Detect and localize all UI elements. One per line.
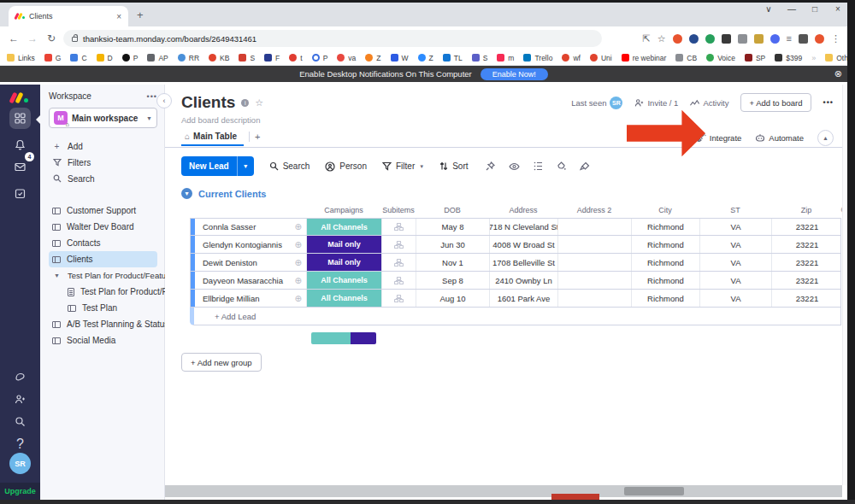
dob-cell[interactable]: May 8 [416, 219, 490, 235]
column-header[interactable]: Subitems [381, 206, 416, 214]
address2-cell[interactable] [558, 254, 632, 271]
city-cell[interactable]: Richmond [632, 219, 700, 235]
subitems-icon[interactable] [382, 290, 416, 307]
bookmark[interactable]: KB [209, 54, 229, 62]
window-menu-icon[interactable]: ∨ [764, 4, 773, 14]
zip-cell[interactable]: 23221 [772, 290, 842, 307]
city-cell[interactable]: Richmond [632, 272, 700, 289]
column-header[interactable]: Campaigns [306, 206, 381, 214]
status-cell[interactable]: Mail only [307, 254, 382, 271]
bookmark-folder[interactable]: Links [7, 54, 35, 62]
dob-cell[interactable]: Aug 10 [416, 290, 490, 307]
address-cell[interactable]: 1601 Park Ave [490, 290, 558, 307]
bookmark[interactable]: CB [675, 54, 697, 62]
zip-cell[interactable]: 23221 [772, 236, 842, 253]
bookmark[interactable]: F [264, 54, 280, 62]
item-name[interactable]: Glendyn Kontogiannis [203, 240, 295, 249]
add-update-icon[interactable]: ⊕ [295, 276, 302, 285]
column-header[interactable]: Address [489, 206, 557, 214]
bookmark[interactable]: t [289, 54, 302, 62]
address2-cell[interactable] [558, 272, 632, 289]
extension-icon[interactable] [815, 34, 824, 44]
bookmark[interactable]: SP [745, 54, 765, 62]
sidebar-item-social-media[interactable]: Social Media [49, 332, 157, 349]
banner-close-icon[interactable]: ⊗ [834, 68, 842, 79]
address-cell[interactable]: 1708 Belleville St [490, 254, 558, 271]
browser-tab-clients[interactable]: Clients × [9, 6, 128, 26]
column-header[interactable]: DOB [416, 206, 489, 214]
bookmarks-overflow-icon[interactable]: » [811, 54, 816, 62]
sidebar-item-ab-test-planning[interactable]: A/B Test Planning & Status [49, 316, 157, 332]
subitems-icon[interactable] [382, 254, 416, 271]
address2-cell[interactable] [558, 236, 632, 253]
filter-button[interactable]: Filter ▼ [382, 161, 424, 171]
share-icon[interactable]: ⇱ [642, 33, 650, 44]
inbox-icon[interactable]: 4 [9, 156, 31, 178]
add-lead-row[interactable]: + Add Lead [190, 308, 841, 325]
extension-icon[interactable] [673, 34, 682, 44]
work-management-icon[interactable] [9, 108, 31, 129]
sidebar-item-test-plan-doc[interactable]: Test Plan for Product/F... [49, 284, 157, 300]
bookmark[interactable]: C [70, 54, 86, 62]
sidebar-item-test-plan[interactable]: Test Plan [49, 300, 157, 316]
add-update-icon[interactable]: ⊕ [295, 240, 302, 249]
add-new-group-button[interactable]: + Add new group [181, 353, 262, 372]
item-name[interactable]: Dewit Deniston [203, 258, 295, 267]
invite-members-icon[interactable] [9, 389, 31, 410]
sidebar-folder-test-plan[interactable]: ▼Test Plan for Product/Feature [49, 267, 157, 284]
info-icon[interactable]: i [241, 99, 249, 107]
address2-cell[interactable] [558, 290, 632, 307]
monday-logo-icon[interactable] [10, 91, 29, 105]
bookmark[interactable]: va [337, 54, 356, 62]
favorite-star-icon[interactable]: ☆ [255, 97, 263, 108]
color-bucket-icon[interactable] [557, 161, 566, 171]
table-row[interactable]: Dayveon Masaracchia⊕ All Channels Sep 8 … [190, 272, 841, 290]
sidebar-add-button[interactable]: +Add [49, 138, 157, 155]
tab-main-table[interactable]: ⌂ Main Table [181, 132, 244, 146]
group-by-icon[interactable] [534, 161, 543, 171]
bookmark[interactable]: D [97, 54, 113, 62]
search-button[interactable]: Search [269, 161, 310, 171]
sidebar-item-contacts[interactable]: Contacts [49, 235, 157, 251]
collapse-header-icon[interactable]: ▲ [817, 130, 834, 146]
column-header[interactable]: Zip [771, 206, 841, 214]
workspace-selector[interactable]: M Main workspace ▼ [49, 108, 157, 128]
zip-cell[interactable]: 23221 [772, 219, 842, 235]
bookmark[interactable]: Uni [590, 54, 612, 62]
add-view-button[interactable]: + [255, 132, 260, 142]
new-lead-button[interactable]: New Lead ▼ [181, 156, 254, 176]
city-cell[interactable]: Richmond [632, 254, 700, 271]
bookmark-star-icon[interactable]: ☆ [657, 33, 666, 44]
extension-icon[interactable] [754, 34, 764, 44]
tab-close-icon[interactable]: × [116, 12, 121, 21]
board-menu-icon[interactable]: ••• [823, 98, 834, 107]
bookmark[interactable]: m [497, 54, 514, 62]
status-cell[interactable]: All Channels [307, 219, 382, 235]
enable-now-button[interactable]: Enable Now! [481, 68, 548, 80]
dob-cell[interactable]: Jun 30 [416, 236, 490, 253]
new-lead-chevron-icon[interactable]: ▼ [237, 156, 254, 176]
table-row[interactable]: Dewit Deniston⊕ Mail only Nov 1 1708 Bel… [190, 254, 841, 272]
side-panel-icon[interactable] [799, 34, 808, 44]
address2-cell[interactable] [558, 219, 632, 235]
item-name[interactable]: Dayveon Masaracchia [203, 276, 295, 285]
extension-icon[interactable] [689, 34, 699, 44]
bookmark[interactable]: Z [365, 54, 380, 62]
bookmark[interactable]: P [312, 54, 328, 62]
zip-cell[interactable]: 23221 [772, 254, 842, 271]
chat-widget-sliver[interactable] [551, 494, 599, 500]
horizontal-scrollbar-thumb[interactable] [624, 487, 684, 495]
address-cell[interactable]: 2410 Ownby Ln [490, 272, 558, 289]
address-cell[interactable]: 718 N Cleveland St [490, 219, 558, 235]
bookmark[interactable]: re webinar [622, 54, 667, 62]
help-icon[interactable]: ? [9, 433, 31, 454]
group-title[interactable]: Current Clients [198, 189, 266, 199]
extension-icon[interactable] [770, 34, 780, 44]
column-header[interactable]: ST [699, 206, 771, 214]
customize-brush-icon[interactable] [580, 161, 590, 171]
bookmark[interactable]: AP [147, 54, 168, 62]
bookmark[interactable]: TL [443, 54, 463, 62]
horizontal-scrollbar[interactable] [165, 485, 842, 497]
extension-icon[interactable] [722, 34, 731, 44]
apps-icon[interactable] [9, 366, 31, 388]
